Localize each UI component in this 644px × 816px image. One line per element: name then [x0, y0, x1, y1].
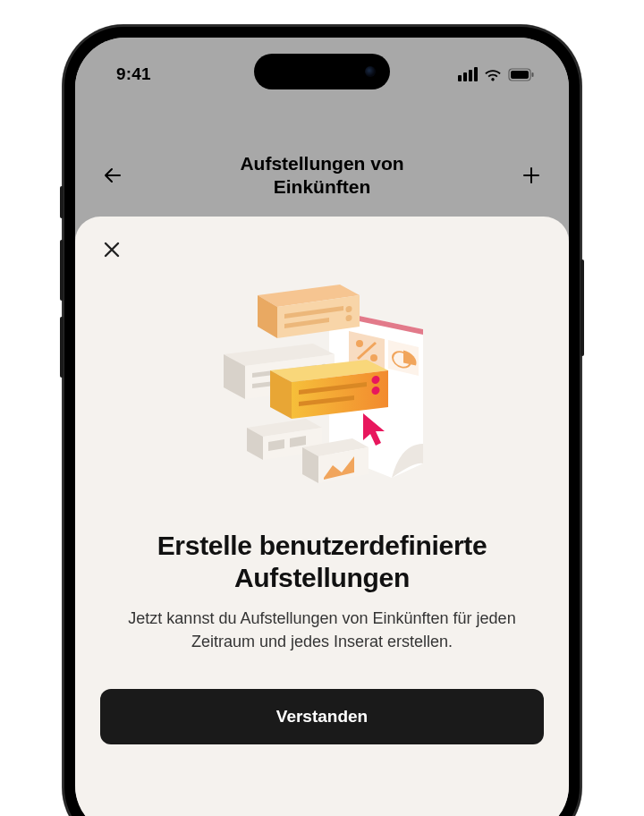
cellular-icon: [458, 67, 478, 81]
screen: 9:41: [75, 38, 569, 816]
confirm-button[interactable]: Verstanden: [100, 689, 544, 744]
dynamic-island: [254, 54, 390, 89]
title-line-1: Aufstellungen von: [240, 153, 403, 174]
close-icon: [104, 242, 120, 258]
side-button: [60, 317, 64, 378]
phone-frame: 9:41: [63, 25, 581, 816]
side-button: [60, 186, 64, 218]
back-button[interactable]: [100, 163, 125, 188]
svg-point-7: [370, 354, 377, 361]
status-icons: [458, 67, 535, 81]
sheet-title: Erstelle benutzerdefinierte Aufstellunge…: [100, 530, 544, 594]
add-button[interactable]: [519, 163, 544, 188]
page-title: Aufstellungen von Einkünften: [125, 152, 519, 200]
wifi-icon: [484, 68, 502, 81]
status-time: 9:41: [116, 64, 151, 84]
battery-icon: [508, 68, 535, 81]
close-button[interactable]: [100, 238, 123, 261]
svg-rect-2: [532, 72, 534, 77]
plus-icon: [521, 165, 542, 186]
camera-icon: [365, 66, 376, 77]
sheet-description: Jetzt kannst du Aufstellungen von Einkün…: [100, 607, 544, 653]
side-button: [60, 240, 64, 301]
side-button: [580, 259, 584, 356]
title-line-2: Einkünften: [274, 176, 371, 197]
svg-rect-1: [511, 71, 529, 79]
arrow-left-icon: [102, 165, 123, 186]
svg-point-6: [356, 340, 363, 347]
reports-illustration: [188, 274, 456, 506]
nav-row: Aufstellungen von Einkünften: [75, 152, 569, 200]
modal-sheet: Erstelle benutzerdefinierte Aufstellunge…: [75, 217, 569, 816]
